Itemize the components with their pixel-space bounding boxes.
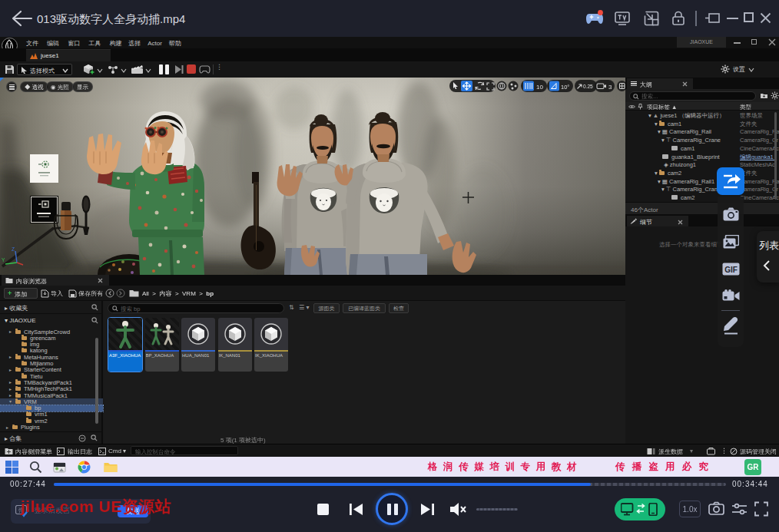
svg-text:0.25: 0.25 — [583, 84, 593, 89]
svg-text:10: 10 — [536, 84, 543, 91]
svg-text:10°: 10° — [561, 84, 569, 91]
svg-text:3: 3 — [608, 84, 612, 91]
svg-text:GIF: GIF — [724, 266, 738, 274]
svg-text:Y: Y — [2, 257, 5, 263]
svg-text:Z: Z — [12, 246, 15, 252]
